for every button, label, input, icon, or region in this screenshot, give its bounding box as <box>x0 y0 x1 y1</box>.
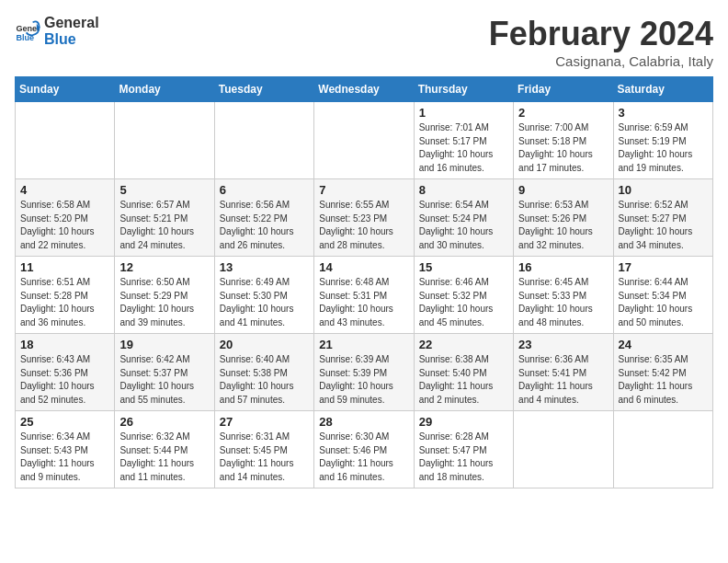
calendar-cell: 25Sunrise: 6:34 AM Sunset: 5:43 PM Dayli… <box>16 411 115 488</box>
calendar-cell: 22Sunrise: 6:38 AM Sunset: 5:40 PM Dayli… <box>414 334 513 411</box>
day-info: Sunrise: 7:00 AM Sunset: 5:18 PM Dayligh… <box>518 121 608 175</box>
calendar-cell: 29Sunrise: 6:28 AM Sunset: 5:47 PM Dayli… <box>414 411 513 488</box>
calendar-cell <box>115 102 214 179</box>
logo-icon: General Blue <box>15 18 40 44</box>
day-number: 5 <box>119 183 209 197</box>
day-number: 10 <box>619 183 708 197</box>
calendar-cell: 26Sunrise: 6:32 AM Sunset: 5:44 PM Dayli… <box>115 411 214 488</box>
calendar-cell: 20Sunrise: 6:40 AM Sunset: 5:38 PM Dayli… <box>214 334 313 411</box>
day-number: 28 <box>319 415 408 429</box>
calendar-cell: 8Sunrise: 6:54 AM Sunset: 5:24 PM Daylig… <box>414 179 513 257</box>
day-number: 20 <box>220 338 309 351</box>
calendar-body: 1Sunrise: 7:01 AM Sunset: 5:17 PM Daylig… <box>16 102 713 488</box>
day-info: Sunrise: 6:31 AM Sunset: 5:45 PM Dayligh… <box>220 431 309 484</box>
logo-general: General <box>44 15 99 31</box>
calendar-cell: 7Sunrise: 6:55 AM Sunset: 5:23 PM Daylig… <box>314 179 414 257</box>
day-number: 16 <box>518 260 608 274</box>
day-number: 11 <box>20 260 109 274</box>
day-number: 13 <box>220 260 309 274</box>
calendar-week-4: 18Sunrise: 6:43 AM Sunset: 5:36 PM Dayli… <box>16 334 713 411</box>
day-number: 26 <box>119 415 209 429</box>
day-number: 22 <box>419 338 508 351</box>
day-number: 24 <box>619 338 708 351</box>
day-number: 17 <box>619 260 708 274</box>
location-subtitle: Casignana, Calabria, Italy <box>489 53 713 69</box>
weekday-header-wednesday: Wednesday <box>314 77 414 102</box>
day-number: 6 <box>220 183 309 197</box>
calendar-cell: 5Sunrise: 6:57 AM Sunset: 5:21 PM Daylig… <box>115 179 214 257</box>
day-info: Sunrise: 6:35 AM Sunset: 5:42 PM Dayligh… <box>619 353 708 407</box>
weekday-header-tuesday: Tuesday <box>214 77 313 102</box>
calendar-cell: 12Sunrise: 6:50 AM Sunset: 5:29 PM Dayli… <box>115 257 214 334</box>
logo: General Blue General Blue <box>15 15 99 47</box>
day-number: 15 <box>419 260 508 274</box>
day-number: 18 <box>20 338 109 351</box>
day-info: Sunrise: 6:39 AM Sunset: 5:39 PM Dayligh… <box>319 353 408 407</box>
calendar-week-2: 4Sunrise: 6:58 AM Sunset: 5:20 PM Daylig… <box>16 179 713 257</box>
weekday-row: SundayMondayTuesdayWednesdayThursdayFrid… <box>16 77 713 102</box>
calendar-cell: 21Sunrise: 6:39 AM Sunset: 5:39 PM Dayli… <box>314 334 414 411</box>
calendar-cell <box>16 102 115 179</box>
day-number: 2 <box>518 106 608 120</box>
calendar-cell: 2Sunrise: 7:00 AM Sunset: 5:18 PM Daylig… <box>514 102 613 179</box>
weekday-header-thursday: Thursday <box>414 77 513 102</box>
day-info: Sunrise: 6:40 AM Sunset: 5:38 PM Dayligh… <box>220 353 309 407</box>
day-number: 1 <box>419 106 508 120</box>
calendar-cell: 10Sunrise: 6:52 AM Sunset: 5:27 PM Dayli… <box>613 179 712 257</box>
day-info: Sunrise: 6:59 AM Sunset: 5:19 PM Dayligh… <box>619 121 708 175</box>
calendar-cell: 13Sunrise: 6:49 AM Sunset: 5:30 PM Dayli… <box>214 257 313 334</box>
calendar-cell: 15Sunrise: 6:46 AM Sunset: 5:32 PM Dayli… <box>414 257 513 334</box>
day-info: Sunrise: 6:58 AM Sunset: 5:20 PM Dayligh… <box>20 199 109 252</box>
day-info: Sunrise: 6:38 AM Sunset: 5:40 PM Dayligh… <box>419 353 508 407</box>
day-info: Sunrise: 7:01 AM Sunset: 5:17 PM Dayligh… <box>419 121 508 175</box>
day-number: 4 <box>20 183 109 197</box>
calendar-cell <box>214 102 313 179</box>
day-info: Sunrise: 6:45 AM Sunset: 5:33 PM Dayligh… <box>518 276 608 329</box>
page-header: General Blue General Blue February 2024 … <box>15 15 713 69</box>
weekday-header-saturday: Saturday <box>613 77 712 102</box>
calendar-cell: 27Sunrise: 6:31 AM Sunset: 5:45 PM Dayli… <box>214 411 313 488</box>
day-info: Sunrise: 6:55 AM Sunset: 5:23 PM Dayligh… <box>319 199 408 252</box>
logo-blue: Blue <box>44 31 99 48</box>
calendar-table: SundayMondayTuesdayWednesdayThursdayFrid… <box>15 76 713 488</box>
month-title: February 2024 <box>489 15 713 53</box>
calendar-cell: 16Sunrise: 6:45 AM Sunset: 5:33 PM Dayli… <box>514 257 613 334</box>
day-info: Sunrise: 6:52 AM Sunset: 5:27 PM Dayligh… <box>619 199 708 252</box>
weekday-header-monday: Monday <box>115 77 214 102</box>
calendar-cell: 19Sunrise: 6:42 AM Sunset: 5:37 PM Dayli… <box>115 334 214 411</box>
day-info: Sunrise: 6:28 AM Sunset: 5:47 PM Dayligh… <box>419 431 508 484</box>
day-number: 12 <box>119 260 209 274</box>
day-number: 19 <box>119 338 209 351</box>
calendar-week-1: 1Sunrise: 7:01 AM Sunset: 5:17 PM Daylig… <box>16 102 713 179</box>
day-info: Sunrise: 6:32 AM Sunset: 5:44 PM Dayligh… <box>119 431 209 484</box>
day-info: Sunrise: 6:42 AM Sunset: 5:37 PM Dayligh… <box>119 353 209 407</box>
calendar-cell: 6Sunrise: 6:56 AM Sunset: 5:22 PM Daylig… <box>214 179 313 257</box>
weekday-header-friday: Friday <box>514 77 613 102</box>
calendar-cell: 3Sunrise: 6:59 AM Sunset: 5:19 PM Daylig… <box>613 102 712 179</box>
day-info: Sunrise: 6:57 AM Sunset: 5:21 PM Dayligh… <box>119 199 209 252</box>
day-info: Sunrise: 6:48 AM Sunset: 5:31 PM Dayligh… <box>319 276 408 329</box>
calendar-cell: 4Sunrise: 6:58 AM Sunset: 5:20 PM Daylig… <box>16 179 115 257</box>
calendar-week-3: 11Sunrise: 6:51 AM Sunset: 5:28 PM Dayli… <box>16 257 713 334</box>
calendar-week-5: 25Sunrise: 6:34 AM Sunset: 5:43 PM Dayli… <box>16 411 713 488</box>
day-number: 29 <box>419 415 508 429</box>
day-number: 27 <box>220 415 309 429</box>
day-info: Sunrise: 6:50 AM Sunset: 5:29 PM Dayligh… <box>119 276 209 329</box>
calendar-cell: 14Sunrise: 6:48 AM Sunset: 5:31 PM Dayli… <box>314 257 414 334</box>
day-info: Sunrise: 6:53 AM Sunset: 5:26 PM Dayligh… <box>518 199 608 252</box>
day-number: 25 <box>20 415 109 429</box>
day-number: 23 <box>518 338 608 351</box>
day-info: Sunrise: 6:56 AM Sunset: 5:22 PM Dayligh… <box>220 199 309 252</box>
day-number: 9 <box>518 183 608 197</box>
title-block: February 2024 Casignana, Calabria, Italy <box>489 15 713 69</box>
calendar-cell <box>314 102 414 179</box>
calendar-cell <box>613 411 712 488</box>
day-info: Sunrise: 6:44 AM Sunset: 5:34 PM Dayligh… <box>619 276 708 329</box>
calendar-cell: 17Sunrise: 6:44 AM Sunset: 5:34 PM Dayli… <box>613 257 712 334</box>
calendar-cell: 11Sunrise: 6:51 AM Sunset: 5:28 PM Dayli… <box>16 257 115 334</box>
calendar-cell <box>514 411 613 488</box>
day-number: 21 <box>319 338 408 351</box>
day-info: Sunrise: 6:43 AM Sunset: 5:36 PM Dayligh… <box>20 353 109 407</box>
calendar-cell: 24Sunrise: 6:35 AM Sunset: 5:42 PM Dayli… <box>613 334 712 411</box>
calendar-cell: 28Sunrise: 6:30 AM Sunset: 5:46 PM Dayli… <box>314 411 414 488</box>
